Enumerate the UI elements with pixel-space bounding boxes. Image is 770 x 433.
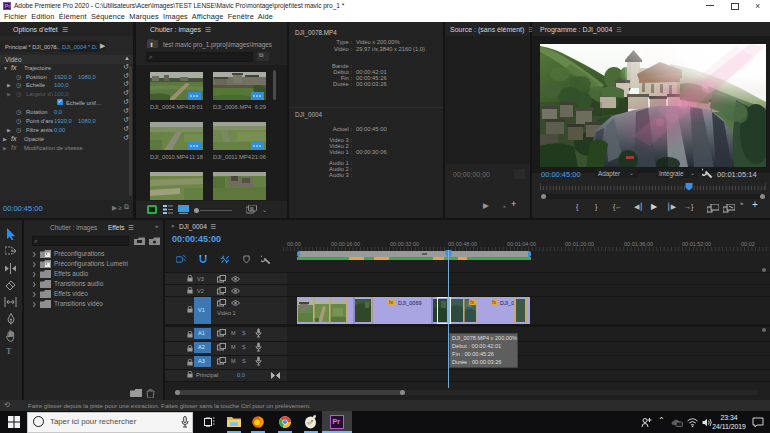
svg-text:DJI_0069: DJI_0069: [398, 300, 422, 306]
svg-text:fx: fx: [389, 299, 393, 305]
svg-text:DJI_0: DJI_0: [500, 300, 514, 306]
svg-text:fx: fx: [492, 299, 496, 305]
svg-text:fx: fx: [470, 299, 474, 305]
